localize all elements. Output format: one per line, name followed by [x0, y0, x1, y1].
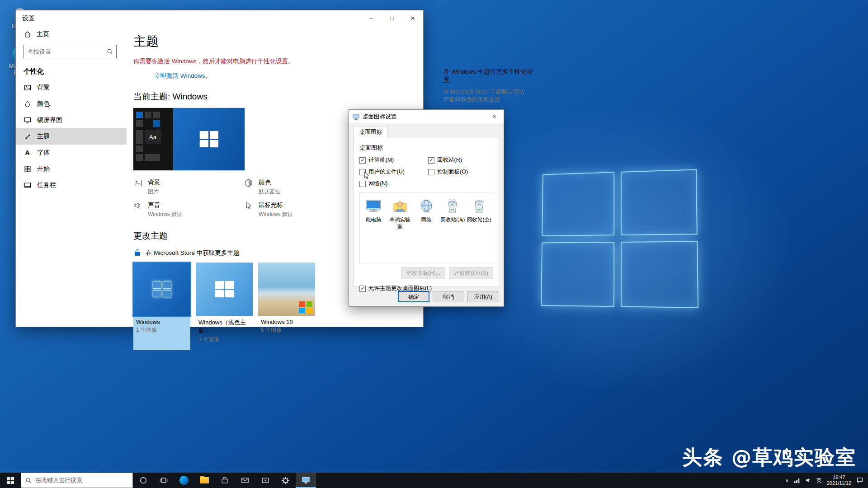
taskbar-search[interactable]: 在此键入进行搜索 — [21, 473, 133, 488]
tray-date: 2021/11/12 — [827, 480, 851, 486]
icon-this-pc[interactable]: 此电脑 — [361, 197, 386, 223]
checkbox-box[interactable]: ✓ — [359, 157, 366, 164]
settings-search-input[interactable] — [24, 48, 104, 55]
checkbox-network[interactable]: 网络(N) — [359, 180, 428, 188]
sidebar-item-start[interactable]: 开始 — [16, 161, 127, 177]
sidebar-section-title: 个性化 — [24, 67, 127, 76]
attr-value: 默认蓝色 — [259, 188, 280, 196]
store-icon — [221, 476, 229, 484]
user-folder-icon — [387, 197, 412, 215]
notification-icon[interactable] — [856, 477, 863, 484]
checkbox-control-panel[interactable]: 控制面板(O) — [428, 168, 496, 176]
display-settings-icon — [302, 476, 310, 484]
volume-icon[interactable] — [805, 477, 811, 483]
dialog-titlebar: 桌面图标设置 ✕ — [349, 110, 504, 123]
attr-label: 声音 — [148, 201, 182, 209]
sidebar-item-fonts[interactable]: A 字体 — [16, 145, 127, 161]
checkbox-computer[interactable]: ✓ 计算机(M) — [359, 156, 428, 164]
theme-thumbnail — [133, 263, 190, 316]
theme-preview-startmenu: Aa — [133, 108, 173, 170]
aside-title: 在 Windows 中进行更多个性化设置 — [443, 67, 533, 84]
attr-color: 颜色 默认蓝色 — [244, 178, 355, 196]
sidebar-item-label: 任务栏 — [37, 181, 56, 189]
sidebar-item-taskbar[interactable]: 任务栏 — [16, 177, 127, 193]
apply-button[interactable]: 应用(A) — [467, 291, 499, 302]
icon-network[interactable]: 网络 — [414, 197, 439, 223]
dialog-bottom-buttons: 确定 取消 应用(A) — [398, 291, 499, 302]
icon-recycle-empty[interactable]: 回收站(空) — [467, 197, 492, 223]
allow-theme-change-checkbox[interactable]: ✓ 允许主题更改桌面图标(L) — [359, 285, 493, 292]
theme-thumbnail — [258, 263, 315, 316]
start-button[interactable] — [0, 473, 21, 488]
icon-label: 网络 — [414, 216, 439, 223]
theme-tile-windows-light[interactable]: Windows（浅色主题） 1 个图像 — [196, 263, 253, 343]
checkbox-box[interactable] — [428, 169, 434, 175]
sidebar-item-label: 锁屏界面 — [37, 116, 62, 124]
background-icon — [133, 178, 142, 188]
windows-start-icon — [7, 477, 14, 484]
dialog-icon-panel: 此电脑 草鸡实验室 网络 回收站(满) — [359, 192, 493, 263]
sidebar-item-background[interactable]: 背景 — [16, 80, 127, 96]
sidebar-item-label: 开始 — [37, 165, 50, 173]
close-button[interactable]: ✕ — [402, 10, 423, 27]
colors-icon — [24, 100, 31, 108]
cortana-icon — [139, 476, 147, 484]
dialog-close-button[interactable]: ✕ — [485, 110, 504, 123]
taskbar-edge-button[interactable] — [174, 473, 194, 488]
activation-warning: 你需要先激活 Windows，然后才能对电脑进行个性化设置。 — [133, 57, 350, 66]
sidebar-item-themes[interactable]: 主题 — [16, 128, 127, 145]
cortana-button[interactable] — [133, 473, 153, 488]
checkbox-label: 控制面板(O) — [437, 168, 468, 176]
icon-recycle-full[interactable]: 回收站(满) — [440, 197, 465, 223]
theme-tile-windows[interactable]: Windows 1 个图像 — [133, 263, 190, 350]
tab-desktop-icons[interactable]: 桌面图标 — [354, 126, 388, 138]
tray-chevron-icon[interactable]: ∧ — [785, 478, 789, 483]
mail-button[interactable] — [235, 473, 255, 488]
start-menu-icon — [24, 166, 31, 172]
icon-label: 此电脑 — [361, 216, 386, 223]
sidebar-item-home[interactable]: 主页 — [16, 27, 127, 42]
sidebar-item-lockscreen[interactable]: 锁屏界面 — [16, 112, 127, 128]
page-title: 主题 — [133, 33, 423, 50]
windows-wallpaper-logo — [541, 169, 698, 308]
language-indicator[interactable]: 英 — [816, 477, 822, 484]
task-view-button[interactable] — [153, 473, 174, 488]
search-icon[interactable] — [104, 48, 116, 55]
minimize-button[interactable]: – — [361, 10, 382, 27]
microsoft-store-button[interactable] — [214, 473, 235, 488]
network-icon[interactable] — [794, 477, 800, 483]
theme-count: 5 个图像 — [261, 326, 315, 334]
movies-tv-button[interactable] — [255, 473, 275, 488]
active-window-button[interactable] — [296, 473, 316, 488]
taskbar-icon — [24, 182, 31, 189]
task-view-icon — [160, 476, 168, 484]
cancel-button[interactable]: 取消 — [433, 291, 464, 302]
this-pc-icon — [361, 197, 386, 215]
settings-search-box[interactable] — [24, 45, 117, 58]
checkbox-label: 网络(N) — [368, 180, 387, 188]
checkbox-box[interactable] — [359, 181, 366, 187]
current-theme-label: 当前主题: Windows — [133, 91, 423, 103]
icon-user-folder[interactable]: 草鸡实验室 — [387, 197, 412, 230]
theme-tile-windows10[interactable]: Windows 10 5 个图像 — [258, 263, 315, 334]
logo-pane — [621, 241, 698, 308]
attr-label: 颜色 — [259, 178, 280, 187]
maximize-button[interactable]: □ — [382, 10, 402, 27]
checkbox-recycle-bin[interactable]: ✓ 回收站(R) — [428, 156, 496, 164]
icon-label: 回收站(空) — [467, 216, 492, 223]
attr-background: 背景 图片 — [133, 178, 244, 196]
checkbox-box[interactable]: ✓ — [359, 286, 366, 292]
recycle-bin-full-icon — [440, 197, 465, 215]
change-icon-button: 更改图标(H)... — [401, 267, 445, 279]
checkbox-box[interactable]: ✓ — [428, 157, 434, 164]
ok-button[interactable]: 确定 — [398, 291, 429, 302]
watermark: 头条 @草鸡实验室 — [682, 444, 856, 471]
activate-windows-link[interactable]: 立即激活 Windows。 — [154, 72, 211, 80]
file-explorer-button[interactable] — [194, 473, 214, 488]
sidebar-item-label: 背景 — [37, 84, 50, 92]
dialog-checkbox-grid: ✓ 计算机(M) ✓ 回收站(R) 用户的文件(U) 控制面板(O) 网络(N) — [359, 156, 493, 188]
speaker-icon — [133, 201, 142, 210]
settings-gear-button[interactable] — [275, 473, 296, 488]
tray-clock[interactable]: 16:47 2021/11/12 — [827, 474, 851, 486]
sidebar-item-colors[interactable]: 颜色 — [16, 96, 127, 112]
